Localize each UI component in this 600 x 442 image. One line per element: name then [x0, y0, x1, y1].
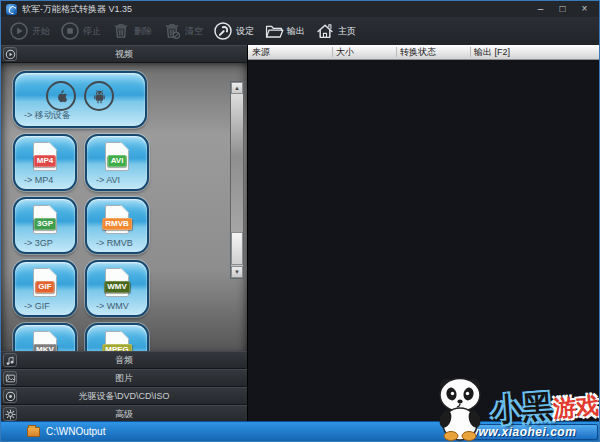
output-folder-icon [27, 427, 40, 437]
format-label: -> 移动设备 [24, 109, 71, 122]
format-button-mkv[interactable]: MKV -> MKV [13, 323, 77, 351]
trash-icon [111, 21, 131, 41]
format-button-3gp[interactable]: 3GP -> 3GP [13, 197, 77, 254]
wrench-circle-icon [213, 21, 233, 41]
app-logo-icon [6, 4, 17, 15]
format-badge: AVI [108, 155, 127, 167]
toolbar-button-label: 设定 [236, 25, 254, 38]
format-label: -> RMVB [96, 238, 133, 248]
device-icons [15, 81, 145, 111]
format-button-mp4[interactable]: MP4 -> MP4 [13, 134, 77, 191]
format-button-wmv[interactable]: WMV -> WMV [85, 260, 149, 317]
toolbar-button-label: 停止 [83, 25, 101, 38]
title-bar: 软军-万能格式转换器 V1.35 –□× [1, 1, 599, 17]
column-header[interactable]: 来源 [252, 45, 270, 60]
image-icon [3, 371, 17, 385]
format-grid-scrollbar[interactable]: ▲ ▼ [230, 81, 244, 279]
format-button-avi[interactable]: AVI -> AVI [85, 134, 149, 191]
format-button-gif[interactable]: GIF -> GIF [13, 260, 77, 317]
toolbar-button-label: 输出 [287, 25, 305, 38]
video-section-label: 视频 [1, 48, 247, 61]
format-label: -> WMV [96, 301, 129, 311]
column-header[interactable]: 转换状态 [400, 45, 436, 60]
section-label: 高级 [1, 408, 247, 421]
toolbar-button-stop[interactable]: 停止 [60, 21, 101, 41]
toolbar: 开始停止删除清空设定输出主页 [1, 17, 599, 45]
format-badge: MKV [33, 344, 57, 351]
column-header[interactable]: 输出 [F2] [474, 45, 510, 60]
column-header[interactable]: 大小 [336, 45, 354, 60]
scrollbar-thumb[interactable] [231, 232, 243, 265]
column-separator [396, 47, 397, 57]
status-bar: C:\WNOutput [1, 421, 599, 441]
toolbar-button-trash-clear[interactable]: 清空 [162, 21, 203, 41]
stop-circle-icon [60, 21, 80, 41]
close-button[interactable]: × [579, 3, 590, 15]
advanced-icon [3, 407, 17, 421]
toolbar-button-wrench[interactable]: 设定 [213, 21, 254, 41]
section-label: 图片 [1, 372, 247, 385]
section-disc[interactable]: 光驱设备\DVD\CD\ISO [1, 387, 247, 405]
format-label: -> GIF [24, 301, 50, 311]
window-controls: –□× [535, 3, 590, 15]
play-circle-icon [9, 21, 29, 41]
folder-icon [264, 21, 284, 41]
file-list-panel: 来源大小转换状态输出 [F2] [247, 45, 599, 423]
format-badge: MPEG [102, 344, 132, 351]
column-separator [470, 47, 471, 57]
toolbar-button-trash[interactable]: 删除 [111, 21, 152, 41]
format-badge: WMV [104, 281, 130, 293]
music-icon [3, 353, 17, 367]
toolbar-button-label: 删除 [134, 25, 152, 38]
scroll-up-icon[interactable]: ▲ [231, 82, 243, 94]
android-icon [91, 88, 108, 105]
format-badge: 3GP [34, 218, 56, 230]
format-sidebar: 视频 -> 移动设备 MP4 -> MP4 AVI -> AVI 3GP -> … [1, 45, 247, 423]
toolbar-button-label: 清空 [185, 25, 203, 38]
section-video[interactable]: 视频 [1, 45, 247, 63]
app-window: 软军-万能格式转换器 V1.35 –□× 开始停止删除清空设定输出主页 视频 -… [0, 0, 600, 442]
output-path: C:\WNOutput [46, 426, 105, 437]
toolbar-button-home[interactable]: 主页 [315, 21, 356, 41]
toolbar-button-label: 开始 [32, 25, 50, 38]
format-label: -> 3GP [24, 238, 53, 248]
section-music[interactable]: 音频 [1, 351, 247, 369]
apple-icon [53, 88, 70, 105]
section-label: 光驱设备\DVD\CD\ISO [1, 390, 247, 403]
format-button-mpeg[interactable]: MPEG -> MPG [85, 323, 149, 351]
toolbar-button-folder[interactable]: 输出 [264, 21, 305, 41]
format-grid: -> 移动设备 MP4 -> MP4 AVI -> AVI 3GP -> 3GP… [1, 63, 247, 351]
disc-icon [3, 389, 17, 403]
column-separator [332, 47, 333, 57]
toolbar-button-play[interactable]: 开始 [9, 21, 50, 41]
format-buttons: -> 移动设备 MP4 -> MP4 AVI -> AVI 3GP -> 3GP… [1, 63, 217, 351]
format-label: -> AVI [96, 175, 120, 185]
maximize-button[interactable]: □ [557, 3, 568, 15]
format-button-rmvb[interactable]: RMVB -> RMVB [85, 197, 149, 254]
format-badge: RMVB [102, 218, 132, 230]
section-label: 音频 [1, 354, 247, 367]
section-image[interactable]: 图片 [1, 369, 247, 387]
category-sections: 音频 图片 光驱设备\DVD\CD\ISO 高级 [1, 351, 247, 423]
format-button-mobile-devices[interactable]: -> 移动设备 [13, 71, 147, 128]
format-badge: GIF [35, 281, 54, 293]
format-label: -> MP4 [24, 175, 53, 185]
trash-clear-icon [162, 21, 182, 41]
file-list-header[interactable]: 来源大小转换状态输出 [F2] [248, 45, 599, 60]
video-section-icon [3, 47, 17, 61]
home-icon [315, 21, 335, 41]
toolbar-button-label: 主页 [338, 25, 356, 38]
minimize-button[interactable]: – [535, 3, 546, 15]
scroll-down-icon[interactable]: ▼ [231, 266, 243, 278]
window-title: 软军-万能格式转换器 V1.35 [22, 3, 530, 16]
format-badge: MP4 [34, 155, 56, 167]
